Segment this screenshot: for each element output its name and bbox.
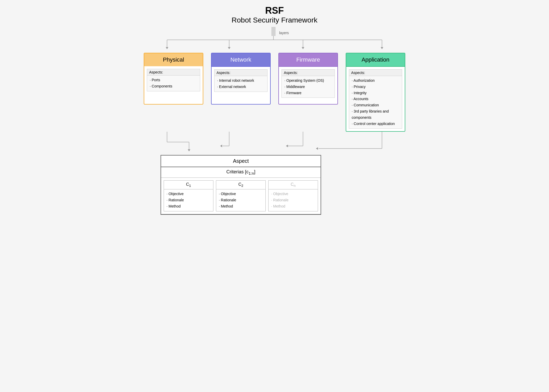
app-aspect-7: Control center application [352,121,399,127]
app-aspect-2: Privacy [352,84,399,90]
firmware-aspects: Aspects: Operating System (OS) Middlewar… [281,69,335,98]
svg-marker-27 [316,147,318,150]
mid-connector-svg [137,132,412,152]
svg-marker-21 [220,145,222,147]
firmware-aspect-3: Firmware [284,90,332,96]
layer-application: Application Aspects: Authorization Priva… [346,53,405,132]
cn-rationale: Rationale [271,197,315,203]
aspect-main-box: Aspect Criterias [c1:n] C1 Objective Rat… [161,155,321,215]
firmware-aspect-2: Middleware [284,84,332,90]
application-aspects-label: Aspects: [349,70,402,76]
diagram-container: RSF Robot Security Framework layers [137,5,412,215]
physical-aspect-1: Ports [150,77,197,83]
layers-row: Physical Aspects: Ports Components Netwo… [137,53,412,132]
c1-method: Method [167,203,211,210]
app-aspect-1: Authorization [352,78,399,84]
application-header: Application [346,53,405,67]
svg-marker-18 [188,149,190,151]
criteria-card-c2: C2 Objective Rationale Method [216,180,266,211]
app-aspect-4: Accounts [352,96,399,102]
firmware-header: Firmware [279,53,337,67]
network-aspects: Aspects: Internal robot network External… [214,69,268,92]
svg-marker-13 [381,47,383,49]
firmware-aspects-items: Operating System (OS) Middleware Firmwar… [282,76,335,98]
subtitle: Robot Security Framework [137,16,412,24]
firmware-aspect-1: Operating System (OS) [284,78,332,84]
bottom-section: Aspect Criterias [c1:n] C1 Objective Rat… [137,155,412,215]
aspect-title: Aspect [161,156,321,167]
cn-objective: Objective [271,191,315,197]
physical-aspects-label: Aspects: [147,69,200,76]
app-aspect-5: Communication [352,102,399,108]
layer-physical: Physical Aspects: Ports Components [144,53,203,105]
cn-header: Cn [269,181,318,189]
physical-aspects: Aspects: Ports Components [147,69,200,91]
criteria-card-c1: C1 Objective Rationale Method [164,180,213,211]
cn-items: Objective Rationale Method [269,189,318,211]
network-aspect-2: External network [217,84,265,90]
network-aspects-label: Aspects: [214,70,267,76]
svg-marker-7 [166,47,168,49]
layer-network: Network Aspects: Internal robot network … [211,53,271,105]
c1-items: Objective Rationale Method [164,189,213,211]
criteria-card-cn: Cn Objective Rationale Method [268,180,318,211]
c1-objective: Objective [167,191,211,197]
main-title: RSF [137,5,412,16]
layer-firmware: Firmware Aspects: Operating System (OS) … [278,53,338,105]
c2-items: Objective Rationale Method [216,189,265,211]
svg-text:layers: layers [279,31,289,35]
criteria-row: C1 Objective Rationale Method C2 Objec [161,178,321,214]
firmware-aspects-label: Aspects: [282,70,335,76]
top-connector-svg: layers [137,27,412,53]
criterias-section: Criterias [c1:n] C1 Objective Rationale … [161,167,321,214]
application-aspects-items: Authorization Privacy Integrity Accounts… [349,76,402,128]
physical-aspects-items: Ports Components [147,76,200,91]
network-header: Network [212,53,270,67]
c1-rationale: Rationale [167,197,211,203]
title-section: RSF Robot Security Framework [137,5,412,24]
network-aspect-1: Internal robot network [217,78,265,84]
criterias-label: Criterias [c1:n] [161,167,321,178]
app-aspect-3: Integrity [352,90,399,96]
app-aspect-6: 3rd party libraries and components [352,108,399,121]
c2-header: C2 [216,181,265,189]
c1-header: C1 [164,181,213,189]
network-aspects-items: Internal robot network External network [214,76,267,92]
diagram-wrapper: RSF Robot Security Framework layers [137,5,412,215]
c2-method: Method [219,203,263,210]
physical-header: Physical [144,53,203,66]
svg-marker-24 [286,145,288,147]
svg-marker-11 [302,47,304,49]
physical-aspect-2: Components [150,83,197,90]
svg-marker-9 [228,47,230,49]
c2-rationale: Rationale [219,197,263,203]
c2-objective: Objective [219,191,263,197]
cn-method: Method [271,203,315,210]
application-aspects: Aspects: Authorization Privacy Integrity… [349,69,402,129]
